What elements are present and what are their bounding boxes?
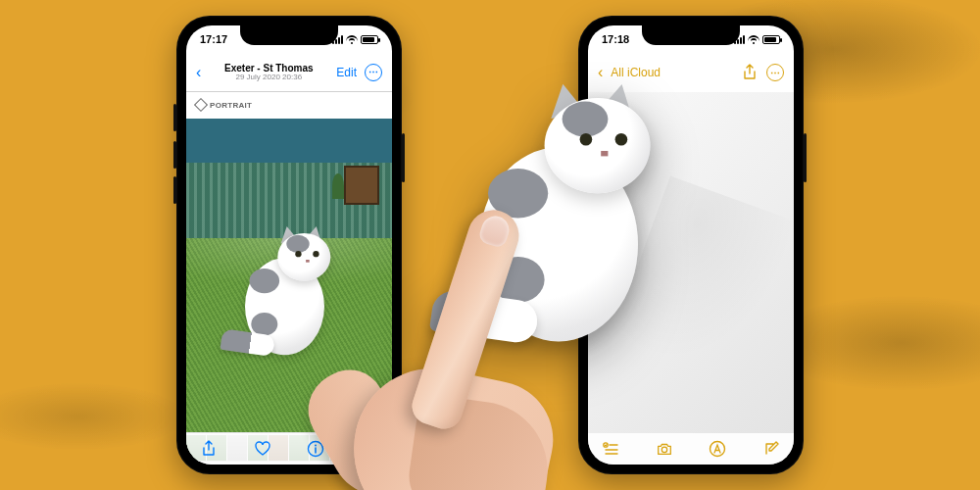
notch xyxy=(642,25,740,45)
edit-button[interactable]: Edit xyxy=(336,66,357,79)
status-time: 17:17 xyxy=(200,33,227,45)
wifi-icon xyxy=(346,35,358,44)
photo-date-subtitle: 29 July 2020 20:36 xyxy=(224,74,314,82)
markup-icon[interactable] xyxy=(709,440,726,458)
wifi-icon xyxy=(748,35,760,44)
aperture-icon xyxy=(194,98,208,112)
share-icon[interactable] xyxy=(200,440,218,458)
photo-badge-row: PORTRAIT xyxy=(186,92,392,118)
photo-subject-cat[interactable] xyxy=(241,233,338,357)
battery-icon xyxy=(762,35,780,44)
photos-nav-bar: ‹ Exeter - St Thomas 29 July 2020 20:36 … xyxy=(186,53,392,92)
photos-app-screen: 17:17 ‹ Exeter - St Thomas 29 July 2020 … xyxy=(186,25,392,465)
back-chevron-icon[interactable]: ‹ xyxy=(196,64,201,81)
more-ellipsis-icon[interactable]: ⋯ xyxy=(365,64,382,81)
portrait-badge: PORTRAIT xyxy=(196,100,252,110)
portrait-badge-label: PORTRAIT xyxy=(210,101,252,110)
hand-folded-fingers xyxy=(404,393,556,490)
dragged-subject-cutout[interactable] xyxy=(470,98,666,353)
share-icon[interactable] xyxy=(741,64,759,81)
status-icons xyxy=(734,35,780,44)
iphone-left: 17:17 ‹ Exeter - St Thomas 29 July 2020 … xyxy=(176,16,402,474)
checklist-icon[interactable] xyxy=(602,440,619,458)
back-label[interactable]: All iCloud xyxy=(611,66,661,79)
status-icons xyxy=(332,35,378,44)
info-icon[interactable] xyxy=(307,440,324,458)
photo-viewport[interactable] xyxy=(186,119,392,432)
photo-bg-shed xyxy=(344,166,379,205)
back-chevron-icon[interactable]: ‹ xyxy=(598,64,603,81)
photos-toolbar xyxy=(186,433,392,465)
more-ellipsis-icon[interactable]: ⋯ xyxy=(766,64,784,81)
notes-toolbar xyxy=(588,433,794,465)
photo-location-title: Exeter - St Thomas xyxy=(224,63,314,74)
svg-point-1 xyxy=(315,445,317,447)
status-time: 17:18 xyxy=(602,33,629,45)
trash-icon[interactable] xyxy=(361,440,378,458)
camera-icon[interactable] xyxy=(656,440,673,458)
compose-icon[interactable] xyxy=(762,440,780,458)
svg-point-3 xyxy=(662,447,666,452)
notch xyxy=(240,25,338,45)
favorite-heart-icon[interactable] xyxy=(254,440,271,458)
battery-icon xyxy=(361,35,378,44)
